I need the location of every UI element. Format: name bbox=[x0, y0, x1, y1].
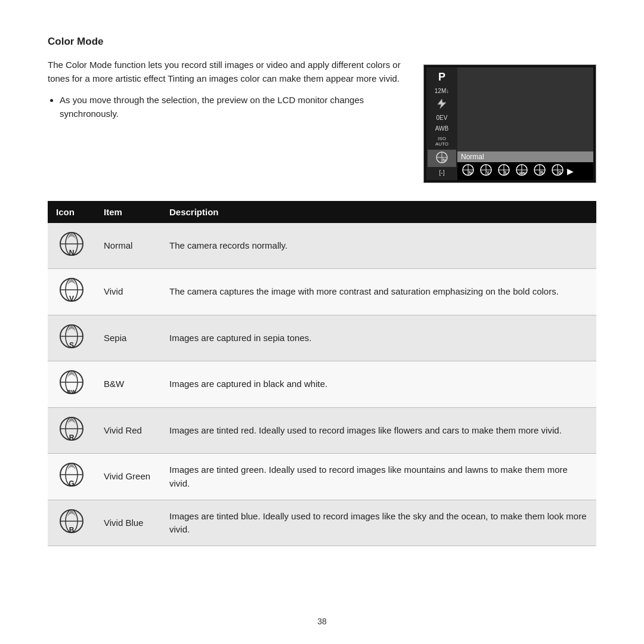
table-row: N NormalThe camera records normally. bbox=[48, 223, 596, 269]
icon-cell-g: G bbox=[48, 454, 95, 500]
item-cell-6: Vivid Blue bbox=[95, 500, 161, 546]
bullet-point: As you move through the selection, the p… bbox=[60, 94, 405, 120]
intro-text: The Color Mode function lets you record … bbox=[48, 58, 405, 183]
item-cell-2: Sepia bbox=[95, 315, 161, 361]
description-cell-3: Images are captured in black and white. bbox=[161, 361, 596, 408]
icon-normal: N bbox=[460, 163, 476, 179]
description-cell-0: The camera records normally. bbox=[161, 223, 596, 269]
svg-text:N: N bbox=[469, 171, 472, 175]
col-header-description: Description bbox=[161, 201, 596, 223]
description-cell-5: Images are tinted green. Ideally used to… bbox=[161, 454, 596, 500]
intro-area: The Color Mode function lets you record … bbox=[48, 58, 596, 183]
section-title: Color Mode bbox=[48, 36, 596, 48]
svg-text:G: G bbox=[69, 479, 74, 488]
table-row: G Vivid GreenImages are tinted green. Id… bbox=[48, 454, 596, 500]
svg-text:N: N bbox=[69, 249, 75, 257]
table-row: S SepiaImages are captured in sepia tone… bbox=[48, 315, 596, 361]
col-header-icon: Icon bbox=[48, 201, 95, 223]
svg-marker-0 bbox=[438, 99, 446, 109]
icon-vivid-green: G bbox=[549, 163, 566, 179]
icon-bw: BW bbox=[513, 163, 530, 179]
svg-text:R: R bbox=[69, 434, 75, 442]
camera-ui: P 12M↓ 0EV AWB ISOAUTO N bbox=[423, 64, 596, 183]
color-mode-table: Icon Item Description N NormalThe camera… bbox=[48, 201, 596, 547]
table-row: BW B&WImages are captured in black and w… bbox=[48, 361, 596, 408]
camera-megapixel: 12M↓ bbox=[428, 86, 456, 96]
camera-iso: ISOAUTO bbox=[428, 135, 456, 148]
camera-color-mode: N bbox=[428, 150, 456, 167]
icon-cell-r: R bbox=[48, 407, 95, 454]
item-cell-0: Normal bbox=[95, 223, 161, 269]
intro-paragraph: The Color Mode function lets you record … bbox=[48, 58, 405, 85]
svg-text:V: V bbox=[69, 295, 74, 303]
col-header-item: Item bbox=[95, 201, 161, 223]
icon-cell-n: N bbox=[48, 223, 95, 269]
item-cell-5: Vivid Green bbox=[95, 454, 161, 500]
icon-sepia: S bbox=[496, 163, 512, 179]
icon-cell-bw: BW bbox=[48, 361, 95, 408]
table-row: B Vivid BlueImages are tinted blue. Idea… bbox=[48, 500, 596, 546]
page-number: 38 bbox=[317, 617, 327, 626]
description-cell-1: The camera captures the image with more … bbox=[161, 269, 596, 315]
normal-bar: Normal bbox=[457, 151, 593, 162]
svg-text:N: N bbox=[442, 157, 446, 163]
item-cell-3: B&W bbox=[95, 361, 161, 408]
icon-cell-s: S bbox=[48, 315, 95, 361]
table-row: R Vivid RedImages are tinted red. Ideall… bbox=[48, 407, 596, 454]
icon-vivid: V bbox=[478, 163, 494, 179]
camera-focus: [-] bbox=[428, 168, 456, 178]
svg-text:V: V bbox=[487, 171, 490, 175]
page-content: Color Mode The Color Mode function lets … bbox=[0, 0, 644, 570]
icon-vivid-red: R bbox=[531, 163, 548, 179]
icon-cell-b: B bbox=[48, 500, 95, 546]
description-cell-2: Images are captured in sepia tones. bbox=[161, 315, 596, 361]
svg-text:S: S bbox=[69, 341, 74, 349]
svg-text:G: G bbox=[558, 171, 562, 175]
item-cell-4: Vivid Red bbox=[95, 407, 161, 454]
camera-flash bbox=[428, 97, 456, 112]
camera-mode-p: P bbox=[428, 70, 456, 85]
svg-text:BW: BW bbox=[67, 389, 76, 395]
item-cell-1: Vivid bbox=[95, 269, 161, 315]
icon-cell-v: V bbox=[48, 269, 95, 315]
svg-text:S: S bbox=[504, 171, 507, 175]
camera-wb: AWB bbox=[428, 124, 456, 134]
more-arrow: ▶ bbox=[567, 166, 574, 176]
description-cell-4: Images are tinted red. Ideally used to r… bbox=[161, 407, 596, 454]
svg-text:B: B bbox=[69, 526, 75, 534]
svg-text:R: R bbox=[540, 171, 543, 175]
camera-ev: 0EV bbox=[428, 113, 456, 123]
camera-icons-row: N V S BW R bbox=[457, 162, 593, 180]
camera-menu-right: Normal N V S BW bbox=[457, 67, 593, 180]
svg-text:BW: BW bbox=[519, 171, 525, 175]
camera-menu-left: P 12M↓ 0EV AWB ISOAUTO N bbox=[426, 67, 457, 180]
description-cell-6: Images are tinted blue. Ideally used to … bbox=[161, 500, 596, 546]
table-row: V VividThe camera captures the image wit… bbox=[48, 269, 596, 315]
